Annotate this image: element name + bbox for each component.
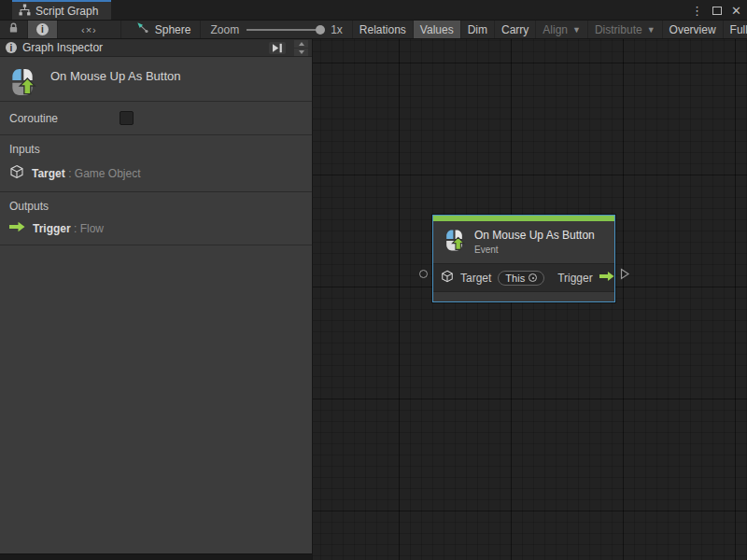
target-value: This (505, 273, 525, 284)
trigger-output-port[interactable] (620, 268, 630, 283)
target-object-field[interactable]: This (498, 271, 544, 286)
lock-icon (8, 22, 19, 36)
on-mouse-up-as-button-icon (443, 228, 466, 256)
input-type: : Game Object (68, 167, 140, 180)
inputs-header: Inputs (9, 143, 303, 156)
coroutine-label: Coroutine (9, 112, 120, 125)
outputs-header: Outputs (9, 200, 303, 213)
tab-script-graph[interactable]: Script Graph (12, 0, 111, 20)
tab-label: Script Graph (35, 5, 98, 18)
graph-toolbar: i ‹×› Sphere Zoom 1x Relations Values Di… (0, 21, 747, 39)
maximize-icon[interactable] (712, 7, 722, 15)
output-type: : Flow (74, 222, 104, 235)
flow-arrow-icon (599, 271, 614, 285)
node-subtitle: Event (474, 245, 595, 255)
window-bottom-edge (0, 553, 312, 560)
coroutine-row: Coroutine (0, 102, 312, 135)
code-icon: ‹×› (64, 24, 114, 35)
object-picker-icon[interactable] (529, 273, 537, 282)
dock-sidebar-button[interactable] (269, 42, 286, 54)
chevron-down-icon: ▼ (572, 25, 581, 35)
input-row-target: Target : Game Object (9, 164, 303, 182)
dim-button[interactable]: Dim (461, 21, 495, 38)
triangle-down-icon (299, 50, 304, 54)
outputs-section: Outputs Trigger : Flow (0, 192, 312, 245)
inputs-section: Inputs Target : Game Object (0, 135, 312, 192)
output-name: Trigger (33, 222, 71, 235)
overview-button[interactable]: Overview (663, 21, 724, 38)
values-button[interactable]: Values (414, 21, 461, 38)
scroll-up-button[interactable] (294, 40, 308, 48)
carry-button[interactable]: Carry (495, 21, 536, 38)
zoom-control: Zoom 1x (201, 21, 351, 38)
header-spinner (294, 40, 308, 56)
chevron-down-icon: ▼ (647, 25, 655, 35)
graph-hierarchy-icon (19, 4, 31, 19)
edit-source-button[interactable]: ‹×› (58, 21, 121, 38)
full-screen-button[interactable]: Full Screen (724, 21, 747, 38)
breadcrumb-label: Sphere (155, 23, 191, 36)
zoom-label: Zoom (210, 23, 239, 36)
unit-header: On Mouse Up As Button (0, 57, 312, 102)
inspector-toggle-button[interactable]: i (28, 21, 58, 38)
window-controls: ⋮ ✕ (691, 0, 741, 21)
close-icon[interactable]: ✕ (731, 5, 741, 17)
target-port-label: Target (460, 272, 491, 285)
trigger-port-label: Trigger (557, 272, 593, 285)
graph-inspector-panel: i Graph Inspector (0, 39, 313, 560)
node-header[interactable]: On Mouse Up As Button Event (433, 221, 614, 263)
flow-arrow-icon (9, 221, 25, 235)
script-graph-window: Script Graph ⋮ ✕ i ‹×› Sphere Zoom (0, 0, 747, 560)
script-graph-asset-icon (136, 21, 149, 37)
triangle-up-icon (299, 42, 304, 46)
output-row-trigger: Trigger : Flow (9, 221, 303, 235)
graph-canvas[interactable]: On Mouse Up As Button Event Target This … (313, 39, 747, 560)
coroutine-checkbox[interactable] (120, 111, 134, 125)
align-dropdown[interactable]: Align▼ (536, 21, 588, 38)
tab-bar: Script Graph ⋮ ✕ (0, 0, 747, 21)
distribute-dropdown[interactable]: Distribute▼ (588, 21, 663, 38)
inspector-empty-area (0, 245, 312, 553)
relations-button[interactable]: Relations (353, 21, 414, 38)
window-menu-icon[interactable]: ⋮ (691, 5, 703, 17)
target-input-port[interactable] (419, 270, 428, 278)
toolbar-buttons: Relations Values Dim Carry Align▼ Distri… (352, 21, 747, 38)
node-footer (433, 291, 614, 301)
lock-button[interactable] (0, 21, 28, 38)
node-on-mouse-up-as-button[interactable]: On Mouse Up As Button Event Target This … (432, 215, 615, 302)
info-icon: i (36, 23, 49, 35)
scroll-down-button[interactable] (294, 49, 308, 56)
on-mouse-up-as-button-icon (7, 66, 37, 101)
zoom-slider[interactable] (247, 29, 323, 31)
unit-title: On Mouse Up As Button (50, 69, 180, 83)
node-ports-row: Target This Trigger (433, 263, 614, 291)
game-object-cube-icon (441, 270, 454, 286)
breadcrumb-sphere[interactable]: Sphere (121, 21, 202, 38)
node-title: On Mouse Up As Button (474, 229, 595, 242)
zoom-value: 1x (331, 23, 343, 36)
graph-inspector-header: i Graph Inspector (0, 39, 312, 57)
info-icon: i (6, 42, 17, 53)
panel-title: Graph Inspector (22, 41, 263, 54)
game-object-cube-icon (9, 164, 24, 182)
zoom-slider-thumb[interactable] (316, 25, 325, 35)
input-name: Target (32, 167, 65, 180)
